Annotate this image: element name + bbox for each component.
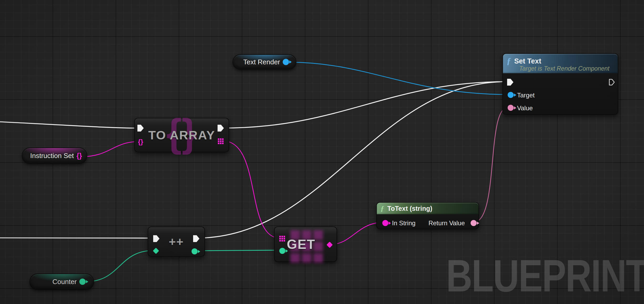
- int-output-pin[interactable]: [79, 279, 86, 285]
- set-output-pin[interactable]: {}: [76, 152, 82, 159]
- variable-node-counter[interactable]: Counter: [29, 274, 94, 290]
- node-totext-string[interactable]: ƒ ToText (string) In String Return Value: [376, 202, 479, 229]
- return-value-output-pin[interactable]: [471, 220, 477, 226]
- wire-exec-offscreen-to-toarray[interactable]: [0, 122, 140, 128]
- node-set-text[interactable]: ƒ Set Text Target is Text Render Compone…: [502, 53, 618, 115]
- exec-output-pin[interactable]: [609, 79, 615, 86]
- wire-set-instructionset-to-toarray[interactable]: [81, 141, 140, 157]
- int-output-pin[interactable]: [192, 248, 198, 254]
- variable-node-text-render[interactable]: Text Render: [233, 54, 296, 70]
- return-value-pin-label: Return Value: [429, 219, 465, 227]
- index-input-pin[interactable]: [279, 248, 285, 254]
- variable-label: Instruction Set: [30, 152, 74, 160]
- variable-label: Text Render: [243, 58, 280, 66]
- exec-input-pin[interactable]: [507, 79, 513, 86]
- wire-exec-offscreen-to-increment[interactable]: [0, 238, 155, 238]
- node-header: ƒ ToText (string): [377, 203, 478, 214]
- function-icon: ƒ: [507, 56, 511, 66]
- target-input-pin[interactable]: [508, 92, 514, 98]
- wire-array-toarray-to-get[interactable]: [222, 141, 280, 238]
- wire-int-counter-to-increment[interactable]: [85, 250, 154, 282]
- value-input-pin[interactable]: [508, 105, 514, 111]
- variable-node-instruction-set[interactable]: Instruction Set {}: [22, 148, 87, 164]
- in-string-pin-label: In String: [392, 219, 415, 227]
- node-to-array[interactable]: {} TO ARRAY {}: [134, 118, 229, 152]
- node-array-get[interactable]: GET: [274, 227, 337, 262]
- wire-object-textrender-to-target[interactable]: [289, 62, 508, 95]
- wire-string-get-to-totext[interactable]: [331, 222, 384, 244]
- array-input-pin[interactable]: [279, 236, 281, 237]
- value-pin-label: Value: [517, 104, 533, 112]
- node-subtitle: Target is Text Render Component: [519, 65, 610, 72]
- blueprint-graph-canvas[interactable]: BLUEPRINT Text Render ƒ Set Text Target …: [0, 0, 644, 304]
- wire-exec-toarray-to-settext[interactable]: [222, 82, 507, 128]
- node-title: Set Text: [514, 57, 541, 65]
- array-output-pin[interactable]: [218, 138, 219, 140]
- object-output-pin[interactable]: [283, 59, 289, 65]
- in-string-input-pin[interactable]: [382, 220, 388, 226]
- node-title: TO ARRAY: [135, 118, 229, 152]
- node-header: ƒ Set Text Target is Text Render Compone…: [503, 54, 618, 73]
- node-increment[interactable]: ++: [148, 227, 205, 257]
- target-pin-label: Target: [517, 92, 535, 99]
- node-title: ToText (string): [387, 205, 432, 212]
- variable-label: Counter: [53, 278, 77, 286]
- function-icon: ƒ: [380, 204, 384, 213]
- wire-int-increment-to-get[interactable]: [196, 250, 280, 251]
- set-input-pin[interactable]: {}: [138, 138, 143, 145]
